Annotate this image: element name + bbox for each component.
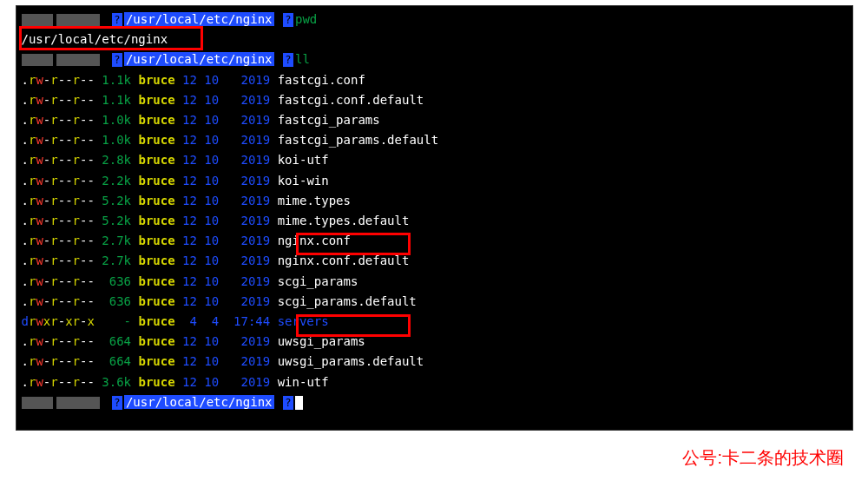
- redacted: [56, 397, 100, 409]
- file-row: .rw-r--r-- 2.7k bruce 12 10 2019 nginx.c…: [22, 231, 847, 251]
- command-ll: ll: [295, 52, 310, 66]
- cursor: [295, 396, 303, 410]
- prompt-line-3: ?/usr/local/etc/nginx ?: [22, 392, 847, 412]
- file-row: .rw-r--r-- 1.0k bruce 12 10 2019 fastcgi…: [22, 130, 847, 150]
- path-badge: /usr/local/etc/nginx: [124, 395, 274, 409]
- file-listing: .rw-r--r-- 1.1k bruce 12 10 2019 fastcgi…: [22, 70, 847, 392]
- file-name: fastcgi_params: [278, 113, 380, 127]
- file-name: fastcgi.conf.default: [278, 93, 424, 107]
- file-name: koi-win: [278, 174, 329, 188]
- file-name: koi-utf: [278, 153, 329, 167]
- qmark-icon: ?: [283, 396, 293, 410]
- command-pwd: pwd: [295, 12, 317, 26]
- qmark-icon: ?: [112, 13, 122, 27]
- file-row: .rw-r--r-- 2.2k bruce 12 10 2019 koi-win: [22, 171, 847, 191]
- file-name: uwsgi_params: [278, 334, 365, 348]
- qmark-icon: ?: [283, 13, 293, 27]
- file-name: win-utf: [278, 375, 329, 389]
- qmark-icon: ?: [112, 396, 122, 410]
- file-row: .rw-r--r-- 5.2k bruce 12 10 2019 mime.ty…: [22, 211, 847, 231]
- file-row: .rw-r--r-- 664 bruce 12 10 2019 uwsgi_pa…: [22, 352, 847, 372]
- prompt-line-1: ?/usr/local/etc/nginx ?pwd: [22, 10, 847, 30]
- file-name: scgi_params.default: [278, 294, 417, 308]
- redacted: [22, 54, 53, 66]
- prompt-line-2: ?/usr/local/etc/nginx ?ll: [22, 49, 847, 69]
- file-name: mime.types: [278, 194, 351, 207]
- file-name: scgi_params: [278, 274, 358, 288]
- qmark-icon: ?: [112, 53, 122, 67]
- file-row: .rw-r--r-- 2.7k bruce 12 10 2019 nginx.c…: [22, 251, 847, 271]
- file-name: nginx.conf.default: [278, 254, 410, 267]
- file-row: .rw-r--r-- 664 bruce 12 10 2019 uwsgi_pa…: [22, 332, 847, 352]
- path-badge: /usr/local/etc/nginx: [124, 52, 274, 66]
- terminal[interactable]: ?/usr/local/etc/nginx ?pwd /usr/local/et…: [16, 5, 853, 431]
- qmark-icon: ?: [283, 53, 293, 67]
- file-name: uwsgi_params.default: [278, 354, 424, 368]
- redacted: [22, 397, 53, 409]
- watermark-text: 公号:卡二条的技术圈: [682, 446, 844, 470]
- pwd-output: /usr/local/etc/nginx: [22, 30, 847, 49]
- file-row: .rw-r--r-- 1.1k bruce 12 10 2019 fastcgi…: [22, 90, 847, 110]
- redacted: [22, 14, 53, 26]
- file-name: servers: [278, 314, 329, 328]
- file-row: .rw-r--r-- 5.2k bruce 12 10 2019 mime.ty…: [22, 191, 847, 211]
- file-row: .rw-r--r-- 1.0k bruce 12 10 2019 fastcgi…: [22, 110, 847, 130]
- file-row: .rw-r--r-- 636 bruce 12 10 2019 scgi_par…: [22, 272, 847, 292]
- file-row: .rw-r--r-- 2.8k bruce 12 10 2019 koi-utf: [22, 150, 847, 170]
- file-name: mime.types.default: [278, 214, 410, 227]
- path-badge: /usr/local/etc/nginx: [124, 12, 274, 26]
- redacted: [56, 54, 100, 66]
- file-row: drwxr-xr-x - bruce 4 4 17:44 servers: [22, 312, 847, 332]
- file-row: .rw-r--r-- 1.1k bruce 12 10 2019 fastcgi…: [22, 70, 847, 90]
- file-row: .rw-r--r-- 636 bruce 12 10 2019 scgi_par…: [22, 292, 847, 312]
- file-name: fastcgi_params.default: [278, 133, 438, 147]
- file-row: .rw-r--r-- 3.6k bruce 12 10 2019 win-utf: [22, 372, 847, 392]
- file-name: nginx.conf: [278, 234, 351, 247]
- redacted: [56, 14, 100, 26]
- file-name: fastcgi.conf: [278, 73, 365, 87]
